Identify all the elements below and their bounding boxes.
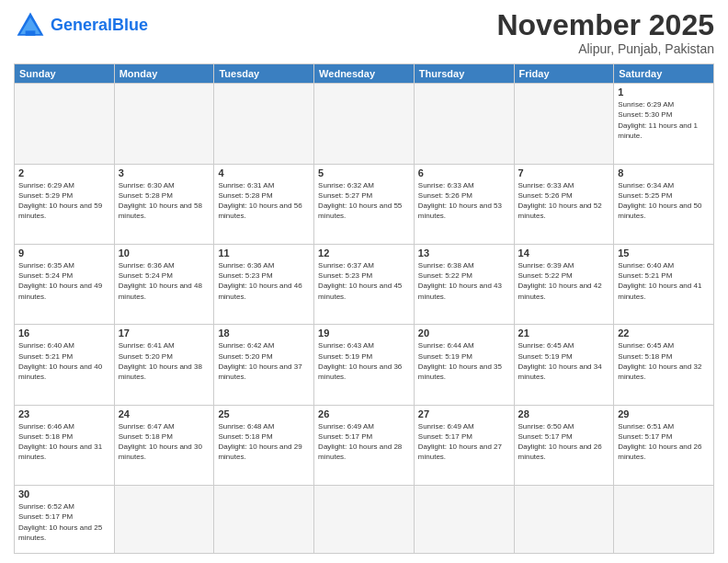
- table-row: 5Sunrise: 6:32 AM Sunset: 5:27 PM Daylig…: [314, 164, 415, 244]
- day-number: 30: [18, 488, 110, 500]
- day-number: 29: [618, 408, 710, 419]
- table-row: [514, 486, 614, 554]
- svg-rect-2: [26, 30, 36, 35]
- day-number: 26: [318, 408, 410, 419]
- day-info: Sunrise: 6:35 AM Sunset: 5:24 PM Dayligh…: [18, 260, 110, 302]
- table-row: 13Sunrise: 6:38 AM Sunset: 5:22 PM Dayli…: [414, 245, 514, 325]
- day-info: Sunrise: 6:47 AM Sunset: 5:18 PM Dayligh…: [119, 421, 210, 463]
- day-info: Sunrise: 6:40 AM Sunset: 5:21 PM Dayligh…: [18, 340, 110, 382]
- day-info: Sunrise: 6:38 AM Sunset: 5:22 PM Dayligh…: [418, 260, 510, 302]
- table-row: 15Sunrise: 6:40 AM Sunset: 5:21 PM Dayli…: [614, 245, 714, 325]
- table-row: [514, 84, 614, 164]
- table-row: 29Sunrise: 6:51 AM Sunset: 5:17 PM Dayli…: [614, 405, 714, 485]
- table-row: [614, 486, 714, 554]
- table-row: 11Sunrise: 6:36 AM Sunset: 5:23 PM Dayli…: [214, 245, 314, 325]
- table-row: [214, 486, 314, 554]
- header-tuesday: Tuesday: [214, 64, 314, 84]
- header-sunday: Sunday: [15, 64, 115, 84]
- day-info: Sunrise: 6:32 AM Sunset: 5:27 PM Dayligh…: [318, 180, 410, 222]
- main-title: November 2025: [496, 9, 714, 41]
- day-number: 15: [618, 247, 710, 259]
- day-number: 3: [119, 167, 210, 178]
- table-row: 3Sunrise: 6:30 AM Sunset: 5:28 PM Daylig…: [114, 164, 214, 244]
- day-info: Sunrise: 6:42 AM Sunset: 5:20 PM Dayligh…: [218, 340, 310, 382]
- header-saturday: Saturday: [614, 64, 714, 84]
- table-row: 30Sunrise: 6:52 AM Sunset: 5:17 PM Dayli…: [15, 486, 115, 554]
- day-number: 6: [418, 167, 510, 178]
- day-info: Sunrise: 6:30 AM Sunset: 5:28 PM Dayligh…: [119, 180, 210, 222]
- table-row: 16Sunrise: 6:40 AM Sunset: 5:21 PM Dayli…: [15, 325, 115, 405]
- table-row: 6Sunrise: 6:33 AM Sunset: 5:26 PM Daylig…: [414, 164, 514, 244]
- header-monday: Monday: [114, 64, 214, 84]
- day-info: Sunrise: 6:33 AM Sunset: 5:26 PM Dayligh…: [518, 180, 610, 222]
- table-row: 8Sunrise: 6:34 AM Sunset: 5:25 PM Daylig…: [614, 164, 714, 244]
- header-wednesday: Wednesday: [314, 64, 415, 84]
- table-row: 14Sunrise: 6:39 AM Sunset: 5:22 PM Dayli…: [514, 245, 614, 325]
- day-info: Sunrise: 6:40 AM Sunset: 5:21 PM Dayligh…: [618, 260, 710, 302]
- day-number: 22: [618, 327, 710, 339]
- day-info: Sunrise: 6:33 AM Sunset: 5:26 PM Dayligh…: [418, 180, 510, 222]
- day-info: Sunrise: 6:50 AM Sunset: 5:17 PM Dayligh…: [518, 421, 610, 463]
- logo: GeneralBlue: [14, 9, 148, 42]
- day-info: Sunrise: 6:52 AM Sunset: 5:17 PM Dayligh…: [18, 501, 110, 543]
- day-number: 10: [119, 247, 210, 259]
- day-number: 12: [318, 247, 410, 259]
- table-row: 25Sunrise: 6:48 AM Sunset: 5:18 PM Dayli…: [214, 405, 314, 485]
- day-info: Sunrise: 6:46 AM Sunset: 5:18 PM Dayligh…: [18, 421, 110, 463]
- day-info: Sunrise: 6:48 AM Sunset: 5:18 PM Dayligh…: [218, 421, 310, 463]
- day-info: Sunrise: 6:43 AM Sunset: 5:19 PM Dayligh…: [318, 340, 410, 382]
- subtitle: Alipur, Punjab, Pakistan: [496, 41, 714, 56]
- weekday-header-row: Sunday Monday Tuesday Wednesday Thursday…: [15, 64, 714, 84]
- day-info: Sunrise: 6:36 AM Sunset: 5:23 PM Dayligh…: [218, 260, 310, 302]
- header-thursday: Thursday: [414, 64, 514, 84]
- day-info: Sunrise: 6:45 AM Sunset: 5:18 PM Dayligh…: [618, 340, 710, 382]
- day-number: 1: [618, 86, 710, 98]
- day-info: Sunrise: 6:45 AM Sunset: 5:19 PM Dayligh…: [518, 340, 610, 382]
- header-friday: Friday: [514, 64, 614, 84]
- day-number: 16: [18, 327, 110, 339]
- table-row: [214, 84, 314, 164]
- table-row: 24Sunrise: 6:47 AM Sunset: 5:18 PM Dayli…: [114, 405, 214, 485]
- day-number: 27: [418, 408, 510, 419]
- table-row: [314, 84, 415, 164]
- logo-icon: [14, 9, 47, 42]
- header: GeneralBlue November 2025 Alipur, Punjab…: [14, 9, 714, 56]
- day-number: 11: [218, 247, 310, 259]
- day-info: Sunrise: 6:37 AM Sunset: 5:23 PM Dayligh…: [318, 260, 410, 302]
- day-number: 13: [418, 247, 510, 259]
- table-row: 28Sunrise: 6:50 AM Sunset: 5:17 PM Dayli…: [514, 405, 614, 485]
- table-row: 20Sunrise: 6:44 AM Sunset: 5:19 PM Dayli…: [414, 325, 514, 405]
- day-number: 24: [119, 408, 210, 419]
- day-number: 8: [618, 167, 710, 178]
- day-info: Sunrise: 6:51 AM Sunset: 5:17 PM Dayligh…: [618, 421, 710, 463]
- table-row: 7Sunrise: 6:33 AM Sunset: 5:26 PM Daylig…: [514, 164, 614, 244]
- table-row: 2Sunrise: 6:29 AM Sunset: 5:29 PM Daylig…: [15, 164, 115, 244]
- day-number: 17: [119, 327, 210, 339]
- title-block: November 2025 Alipur, Punjab, Pakistan: [496, 9, 714, 56]
- day-info: Sunrise: 6:36 AM Sunset: 5:24 PM Dayligh…: [119, 260, 210, 302]
- table-row: 26Sunrise: 6:49 AM Sunset: 5:17 PM Dayli…: [314, 405, 415, 485]
- table-row: [414, 486, 514, 554]
- table-row: [414, 84, 514, 164]
- day-number: 2: [18, 167, 110, 178]
- table-row: 12Sunrise: 6:37 AM Sunset: 5:23 PM Dayli…: [314, 245, 415, 325]
- table-row: 17Sunrise: 6:41 AM Sunset: 5:20 PM Dayli…: [114, 325, 214, 405]
- day-info: Sunrise: 6:44 AM Sunset: 5:19 PM Dayligh…: [418, 340, 510, 382]
- day-info: Sunrise: 6:39 AM Sunset: 5:22 PM Dayligh…: [518, 260, 610, 302]
- day-number: 28: [518, 408, 610, 419]
- table-row: 10Sunrise: 6:36 AM Sunset: 5:24 PM Dayli…: [114, 245, 214, 325]
- day-number: 7: [518, 167, 610, 178]
- table-row: [114, 84, 214, 164]
- table-row: 23Sunrise: 6:46 AM Sunset: 5:18 PM Dayli…: [15, 405, 115, 485]
- day-number: 4: [218, 167, 310, 178]
- day-info: Sunrise: 6:34 AM Sunset: 5:25 PM Dayligh…: [618, 180, 710, 222]
- day-info: Sunrise: 6:29 AM Sunset: 5:29 PM Dayligh…: [18, 180, 110, 222]
- table-row: 22Sunrise: 6:45 AM Sunset: 5:18 PM Dayli…: [614, 325, 714, 405]
- day-info: Sunrise: 6:41 AM Sunset: 5:20 PM Dayligh…: [119, 340, 210, 382]
- day-number: 18: [218, 327, 310, 339]
- table-row: [114, 486, 214, 554]
- day-info: Sunrise: 6:49 AM Sunset: 5:17 PM Dayligh…: [318, 421, 410, 463]
- day-info: Sunrise: 6:29 AM Sunset: 5:30 PM Dayligh…: [618, 99, 710, 141]
- day-number: 23: [18, 408, 110, 419]
- logo-blue: Blue: [112, 16, 148, 34]
